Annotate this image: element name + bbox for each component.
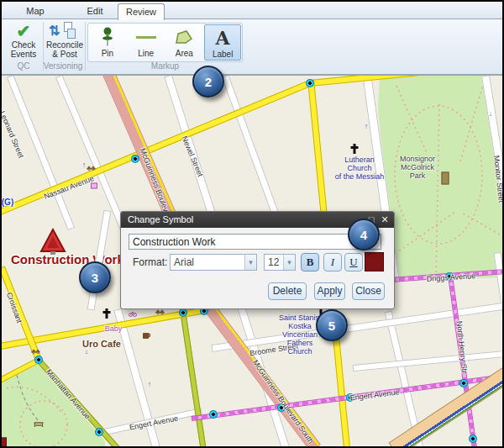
italic-button[interactable]: I (323, 253, 342, 271)
callout-badge-2: 2 (192, 66, 224, 98)
church-cross-icon (354, 144, 356, 154)
reconcile-label-1: Reconcile (45, 40, 84, 50)
callout-badge-4: 4 (348, 219, 380, 250)
markup-group: PinLineAreaALabel (87, 23, 243, 62)
chevron-down-icon[interactable]: ▾ (244, 255, 256, 270)
group-label-versioning: Versioning (41, 61, 85, 71)
tab-review[interactable]: Review (118, 3, 165, 20)
route-vertex-dot[interactable] (209, 410, 218, 419)
tab-map[interactable]: Map (13, 3, 57, 19)
check-events-label-1: Check (5, 40, 42, 50)
map-label: Baby (105, 324, 123, 333)
chevron-down-icon[interactable]: ▾ (283, 255, 295, 270)
route-vertex-dot[interactable] (306, 79, 314, 87)
reconcile-icon: ⇅ (45, 22, 84, 40)
area-icon (166, 27, 203, 47)
bench-icon (34, 416, 45, 431)
trees-icon: ♣♣ (31, 342, 39, 357)
map-label: (G) (2, 198, 13, 207)
delete-button[interactable]: Delete (268, 282, 307, 300)
font-family-value: Arial (171, 255, 197, 270)
markup-button-label: Line (128, 49, 165, 58)
format-label: Format: (133, 256, 167, 268)
font-size-select[interactable]: 12 ▾ (264, 254, 296, 271)
building-icon (2, 438, 7, 447)
route-vertex-dot[interactable] (469, 435, 477, 443)
ribbon-tab-row: MapEditReview (2, 2, 502, 19)
road-olive (181, 312, 207, 446)
close-icon[interactable]: ✕ (379, 213, 391, 225)
oneway-arrow-icon: ↓ (489, 104, 493, 119)
group-label-markup: Markup (87, 61, 243, 71)
oneway-arrow-icon: ↑ (148, 375, 152, 390)
group-label-qc: QC (7, 61, 40, 71)
markup-button-label: Label (205, 50, 240, 59)
application-window: MapEditReview ✔ Check Events QC ⇅ Reconc… (0, 0, 504, 448)
map-multiline-label: Saint StanislKostkaVincentianFathersChur… (279, 314, 321, 356)
map-label: Engert Avenue (349, 387, 400, 402)
route-vertex-dot[interactable] (459, 379, 468, 387)
markup-button-label: Pin (89, 49, 126, 58)
reconcile-post-button[interactable]: ⇅ Reconcile & Post (45, 22, 84, 61)
construction-work-label[interactable]: Construction Work (11, 252, 124, 266)
route-vertex-dot[interactable] (179, 308, 187, 317)
font-size-value: 12 (265, 255, 282, 270)
oneway-arrow-icon: ↓ (85, 342, 89, 357)
check-events-button[interactable]: ✔ Check Events (5, 22, 42, 61)
callout-badge-3: 3 (79, 261, 111, 293)
road-white (494, 251, 502, 446)
markup-button-label[interactable]: ALabel (204, 24, 241, 61)
symbol-text-input[interactable]: Construction Work (129, 234, 381, 250)
markup-button-line[interactable]: Line (128, 24, 165, 61)
road-white (353, 350, 502, 372)
church-cross-icon (106, 308, 108, 319)
pin-icon (89, 27, 126, 47)
oneway-arrow-icon: ↑ (365, 117, 369, 132)
park-building-icon (442, 172, 449, 185)
font-family-select[interactable]: Arial ▾ (170, 254, 257, 271)
cafe-cup-icon (142, 328, 152, 343)
shop-basket-icon (91, 183, 97, 189)
callout-badge-5: 5 (316, 309, 348, 341)
map-multiline-label: LutheranChurchof the Messiah (335, 155, 385, 181)
tab-edit[interactable]: Edit (74, 3, 116, 19)
reconcile-label-2: & Post (45, 50, 84, 59)
route-vertex-dot[interactable] (131, 155, 139, 163)
underline-button[interactable]: U (344, 253, 363, 271)
apply-button[interactable]: Apply (314, 282, 345, 300)
bold-button[interactable]: B (301, 253, 319, 271)
group-separator (85, 22, 86, 71)
line-icon (128, 27, 165, 47)
route-vertex-dot[interactable] (95, 428, 103, 436)
map-label: North Henry Str (455, 320, 469, 373)
markup-button-label: Area (166, 49, 203, 58)
check-events-label-2: Events (5, 50, 42, 59)
markup-button-area[interactable]: Area (166, 24, 203, 61)
color-swatch[interactable] (365, 252, 384, 271)
construction-marker (41, 229, 65, 255)
label-icon: A (205, 28, 240, 48)
close-button[interactable]: Close (352, 282, 385, 300)
markup-button-pin[interactable]: Pin (89, 24, 126, 61)
check-icon: ✔ (17, 22, 31, 40)
oneway-arrow-icon: ↑ (82, 155, 87, 171)
map-multiline-label: MonsignorMcGolrickPark (400, 155, 435, 180)
trees-icon: ♣♣ (87, 159, 95, 174)
ribbon: MapEditReview ✔ Check Events QC ⇅ Reconc… (2, 2, 502, 76)
dialog-title: Change Symbol (128, 214, 193, 224)
